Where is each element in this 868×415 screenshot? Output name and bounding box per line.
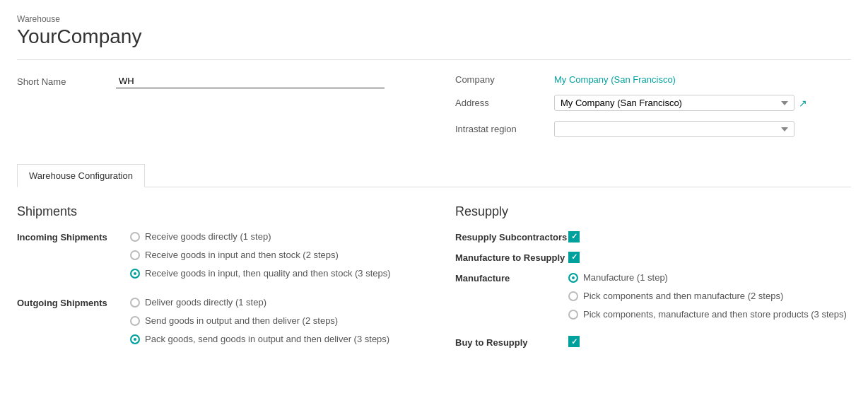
address-row: Address My Company (San Francisco) ↗ [455,95,851,111]
outgoing-shipments-label: Outgoing Shipments [17,296,130,352]
intrastat-value [554,121,851,137]
company-value: My Company (San Francisco) [554,74,851,85]
tab-warehouse-configuration[interactable]: Warehouse Configuration [17,164,145,187]
outgoing-option-2: Pack goods, send goods in output and the… [130,333,413,346]
incoming-option-0-label: Receive goods directly (1 step) [145,230,271,243]
intrastat-select[interactable] [554,121,794,137]
incoming-shipments-group: Incoming Shipments Receive goods directl… [17,230,413,286]
manufacture-options: Manufacture (1 step) Pick components and… [568,271,851,327]
outgoing-radio-1[interactable] [130,316,140,326]
incoming-option-1: Receive goods in input and then stock (2… [130,249,413,262]
manufacture-to-resupply-control [568,251,851,263]
incoming-radio-0[interactable] [130,232,140,242]
company-link[interactable]: My Company (San Francisco) [554,74,676,85]
manufacture-label: Manufacture [455,271,568,284]
incoming-shipments-label: Incoming Shipments [17,230,130,286]
outgoing-shipments-group: Outgoing Shipments Deliver goods directl… [17,296,413,352]
manufacture-option-0-label: Manufacture (1 step) [583,271,668,284]
short-name-label: Short Name [17,76,116,87]
manufacture-option-2-label: Pick components, manufacture and then st… [583,308,847,321]
resupply-title: Resupply [455,204,851,219]
outgoing-option-1: Send goods in output and then deliver (2… [130,315,413,327]
outgoing-option-0: Deliver goods directly (1 step) [130,296,413,309]
outgoing-option-0-label: Deliver goods directly (1 step) [145,296,266,309]
incoming-options: Receive goods directly (1 step) Receive … [130,230,413,286]
manufacture-row: Manufacture Manufacture (1 step) Pick co… [455,271,851,327]
manufacture-option-1: Pick components and then manufacture (2 … [568,290,851,303]
resupply-subcontractors-control [568,230,851,242]
shipments-title: Shipments [17,204,413,219]
intrastat-row: Intrastat region [455,121,851,137]
address-select-wrapper: My Company (San Francisco) ↗ [554,95,851,111]
manufacture-radio-2[interactable] [568,310,578,320]
config-section: Shipments Incoming Shipments Receive goo… [17,204,851,361]
manufacture-to-resupply-label: Manufacture to Resupply [455,251,568,263]
incoming-radio-2[interactable] [130,269,140,279]
incoming-option-0: Receive goods directly (1 step) [130,230,413,243]
short-name-value [116,74,427,88]
short-name-row: Short Name [17,74,427,88]
company-row: Company My Company (San Francisco) [455,74,851,85]
manufacture-option-1-label: Pick components and then manufacture (2 … [583,290,783,303]
manufacture-option-0: Manufacture (1 step) [568,271,851,284]
tabs-bar: Warehouse Configuration [17,164,851,187]
form-left: Short Name [17,74,427,147]
buy-to-resupply-label: Buy to Resupply [455,336,568,348]
page-header: Warehouse YourCompany [17,14,851,48]
shipments-section: Shipments Incoming Shipments Receive goo… [17,204,413,361]
manufacture-to-resupply-row: Manufacture to Resupply [455,251,851,263]
page-subtitle: Warehouse [17,14,851,24]
form-section: Short Name Company My Company (San Franc… [17,74,851,147]
form-right: Company My Company (San Francisco) Addre… [455,74,851,147]
resupply-subcontractors-row: Resupply Subcontractors [455,230,851,242]
manufacture-radio-0[interactable] [568,273,578,283]
incoming-radio-1[interactable] [130,250,140,260]
manufacture-radio-1[interactable] [568,291,578,301]
address-label: Address [455,98,554,108]
short-name-input[interactable] [116,74,385,88]
address-select[interactable]: My Company (San Francisco) [554,95,794,111]
address-external-link-icon[interactable]: ↗ [799,98,807,109]
address-value: My Company (San Francisco) ↗ [554,95,851,111]
company-label: Company [455,74,554,85]
buy-to-resupply-control [568,336,851,348]
outgoing-radio-0[interactable] [130,298,140,308]
buy-to-resupply-checkbox[interactable] [568,336,580,347]
header-divider [17,59,851,60]
buy-to-resupply-row: Buy to Resupply [455,336,851,348]
resupply-subcontractors-label: Resupply Subcontractors [455,230,568,242]
manufacture-option-2: Pick components, manufacture and then st… [568,308,851,321]
outgoing-option-2-label: Pack goods, send goods in output and the… [145,333,389,346]
incoming-option-1-label: Receive goods in input and then stock (2… [145,249,339,262]
page-title: YourCompany [17,25,851,48]
outgoing-radio-2[interactable] [130,334,140,344]
incoming-option-2-label: Receive goods in input, then quality and… [145,267,391,280]
resupply-subcontractors-checkbox[interactable] [568,231,580,242]
intrastat-label: Intrastat region [455,124,554,134]
incoming-option-2: Receive goods in input, then quality and… [130,267,413,280]
manufacture-to-resupply-checkbox[interactable] [568,252,580,263]
outgoing-options: Deliver goods directly (1 step) Send goo… [130,296,413,352]
outgoing-option-1-label: Send goods in output and then deliver (2… [145,315,338,327]
resupply-section: Resupply Resupply Subcontractors Manufac… [455,204,851,361]
